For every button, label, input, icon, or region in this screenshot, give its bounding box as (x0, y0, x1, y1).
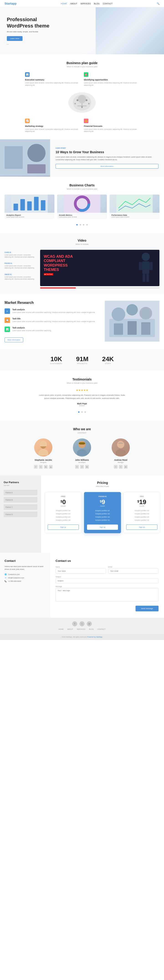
nav-blog[interactable]: BLOG (94, 3, 100, 5)
social-linkedin-2[interactable]: in (85, 465, 89, 469)
footer-link-about[interactable]: ABOUT (67, 628, 73, 630)
testimonial-dot-2[interactable] (81, 411, 83, 413)
svg-point-42 (117, 441, 124, 448)
social-facebook-3[interactable]: f (114, 465, 117, 469)
nav-contact[interactable]: CONTACT (103, 3, 113, 5)
video-desc-2: Lorem ipsum dolor sit amet, consectetur … (5, 265, 37, 269)
stats-grid: 10K CUSTOMERS 91M PROJECTS 24K STAFF (5, 355, 159, 364)
feature-content: CASE STUDY 10 Ways to Grow Your Business… (50, 139, 164, 177)
dot-1[interactable] (76, 224, 78, 226)
partners-subtitle: Our text (4, 485, 37, 486)
main-nav: HOME ABOUT SERVICES BLOG CONTACT (61, 3, 113, 5)
contact-message-input[interactable] (56, 588, 159, 601)
market-item-1-desc: Lorem ipsum dolor sit amet with consecte… (12, 311, 95, 314)
contact-send-button[interactable]: Send message (135, 606, 159, 611)
footer-link-home[interactable]: HOME (58, 628, 64, 630)
footer-social: f t in (5, 621, 159, 626)
stats-section: 10K CUSTOMERS 91M PROJECTS 24K STAFF (0, 349, 164, 371)
social-links-2: f t in (66, 465, 98, 469)
footer-facebook-icon[interactable]: f (72, 621, 77, 626)
video-layout: CASE 01 Lorem ipsum dolor sit amet, cons… (5, 250, 159, 288)
footer-powered-by-link[interactable]: Powered by StartApp (87, 636, 102, 638)
video-sidebar-item-1: CASE 01 Lorem ipsum dolor sit amet, cons… (5, 250, 37, 258)
contact-form-title: Contact us (56, 559, 159, 563)
team-title: Who we are (5, 427, 159, 431)
video-character (137, 251, 155, 286)
social-twitter-2[interactable]: t (80, 465, 84, 469)
search-icon[interactable]: 🔍 (157, 2, 159, 5)
dot-2[interactable] (80, 224, 81, 226)
market-cta[interactable]: More information (5, 337, 23, 342)
avatar-3 (112, 438, 130, 457)
logo[interactable]: Startapp (5, 2, 17, 5)
svg-point-33 (140, 307, 152, 320)
testimonial-dots (5, 410, 159, 414)
footer-link-blog[interactable]: BLOG (89, 628, 94, 630)
testimonial-dot-1[interactable] (78, 411, 79, 413)
plan-currency-premium: $ (100, 500, 101, 503)
footer-link-contact[interactable]: CONTACT (98, 628, 106, 630)
video-label-3: SINCE 01 (5, 274, 11, 275)
contact-email-input[interactable] (108, 568, 159, 574)
footer-twitter-icon[interactable]: t (79, 621, 85, 626)
team-role-3: Manager (105, 461, 137, 463)
hero-cta[interactable]: Learn more (7, 36, 23, 41)
contact-message-label: Message (56, 586, 159, 587)
nav-home[interactable]: HOME (61, 3, 67, 5)
dot-4[interactable] (86, 224, 88, 226)
chart-title-3: Performance Data (111, 214, 158, 216)
nav-services[interactable]: SERVICES (80, 3, 91, 5)
svg-rect-14 (13, 204, 18, 210)
chart-title-2: Growth Metrics (59, 214, 105, 216)
signup-btn-pro[interactable]: Sign up (126, 525, 158, 530)
social-linkedin-3[interactable]: in (124, 465, 127, 469)
chart-image-1 (5, 194, 55, 213)
chart-card-1: Analytics Report Lorem ipsum dolor sit a… (5, 194, 55, 219)
logo-start: Start (5, 2, 11, 5)
hero-content: Professional WordPress theme All and sli… (7, 16, 157, 45)
plan-item-2-desc: Lorem ipsum dolor sit amet, consectetur … (84, 82, 139, 86)
video-player[interactable]: WCAG AND ADA COMPLIANT WORDPRESS THEMES … (40, 250, 159, 286)
feature-title: 10 Ways to Grow Your Business (56, 150, 159, 154)
team-name-2: John Williams (66, 459, 98, 461)
contact-detail-2: 📧 info@ContactUs.com (5, 577, 45, 579)
business-plan-title: Business plan guide (5, 61, 159, 65)
social-links-3: f t in (105, 465, 137, 469)
social-facebook-2[interactable]: f (75, 465, 79, 469)
feature-desc: Lorem ipsum dolor sit amet, consectetur … (56, 156, 159, 161)
footer-link-services[interactable]: SERVICES (77, 628, 85, 630)
contact-name-input[interactable] (56, 568, 106, 574)
stat-label-2: PROJECTS (76, 363, 88, 364)
nav-about[interactable]: ABOUT (70, 3, 77, 5)
feature-section: CASE STUDY 10 Ways to Grow Your Business… (0, 139, 164, 177)
social-linkedin-1[interactable]: in (44, 465, 48, 469)
market-item-2-desc: Lorem ipsum dolor sit amet with consecte… (12, 320, 95, 323)
testimonial-stars: ★★★★★ (37, 389, 127, 392)
video-progress-indicator (40, 288, 76, 288)
social-twitter-1[interactable]: t (39, 465, 43, 469)
svg-point-31 (112, 307, 125, 321)
contact-title: Contact (5, 559, 45, 563)
video-progress-bar[interactable] (40, 288, 159, 288)
contact-website: ContactUs.com (8, 573, 19, 576)
dot-3[interactable] (83, 224, 84, 226)
svg-point-40 (77, 449, 87, 455)
feature-cta[interactable]: More information (56, 164, 159, 169)
social-google-1[interactable]: g (49, 465, 53, 469)
plan-features-pro: Inceptos porttitor estInceptos porttitor… (126, 509, 158, 522)
youtube-badge: ▶ YouTube (44, 273, 53, 275)
chart-info-3: Performance Data Lorem ipsum dolor sit a… (109, 213, 159, 219)
signup-btn-free[interactable]: Sign up (48, 525, 79, 530)
contact-subject-input[interactable] (56, 578, 159, 584)
social-twitter-3[interactable]: t (119, 465, 122, 469)
footer-linkedin-icon[interactable]: in (87, 621, 92, 626)
signup-btn-premium[interactable]: Sign up (87, 525, 118, 530)
testimonial-author: Mark Pope (37, 402, 127, 405)
partner-logo-3: Partner C (4, 504, 37, 510)
logo-accent: app (11, 2, 17, 5)
testimonial-dot-3[interactable] (85, 411, 86, 413)
plan-grid: 📊 Executive summary Lorem ipsum dolor si… (25, 72, 139, 132)
video-desc-3: Lorem ipsum dolor sit amet, consectetur … (5, 276, 37, 280)
social-facebook-1[interactable]: f (34, 465, 38, 469)
plan-features-free: Inceptos porttitor estInceptos porttitor… (48, 509, 79, 522)
